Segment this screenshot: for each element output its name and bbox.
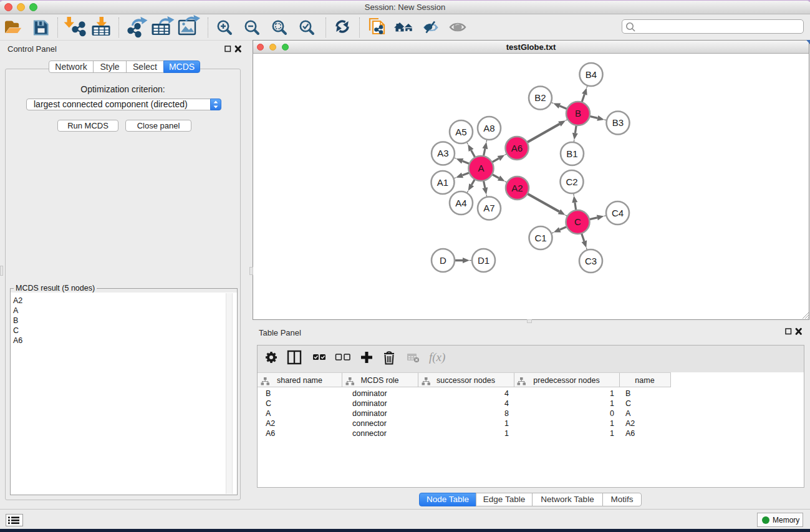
svg-text:C1: C1 <box>534 233 546 243</box>
svg-text:A6: A6 <box>511 143 523 153</box>
svg-text:f(x): f(x) <box>429 351 445 364</box>
svg-text:C3: C3 <box>585 256 597 266</box>
svg-text:A7: A7 <box>483 203 494 213</box>
svg-text:A5: A5 <box>455 127 466 137</box>
svg-text:D1: D1 <box>478 255 489 266</box>
svg-text:A3: A3 <box>437 148 448 158</box>
svg-text:C2: C2 <box>566 177 577 187</box>
svg-text:B3: B3 <box>612 117 624 128</box>
svg-text:C4: C4 <box>612 208 624 218</box>
svg-text:A: A <box>478 163 484 173</box>
svg-text:B1: B1 <box>566 148 577 159</box>
svg-text:A2: A2 <box>511 183 523 193</box>
svg-text:A1: A1 <box>437 177 448 188</box>
svg-text:C: C <box>574 216 581 227</box>
svg-text:D: D <box>440 255 446 266</box>
svg-text:A8: A8 <box>483 123 494 133</box>
svg-text:A4: A4 <box>455 198 466 208</box>
svg-text:B2: B2 <box>534 92 546 103</box>
svg-text:B4: B4 <box>586 69 597 80</box>
svg-text:B: B <box>575 108 581 118</box>
